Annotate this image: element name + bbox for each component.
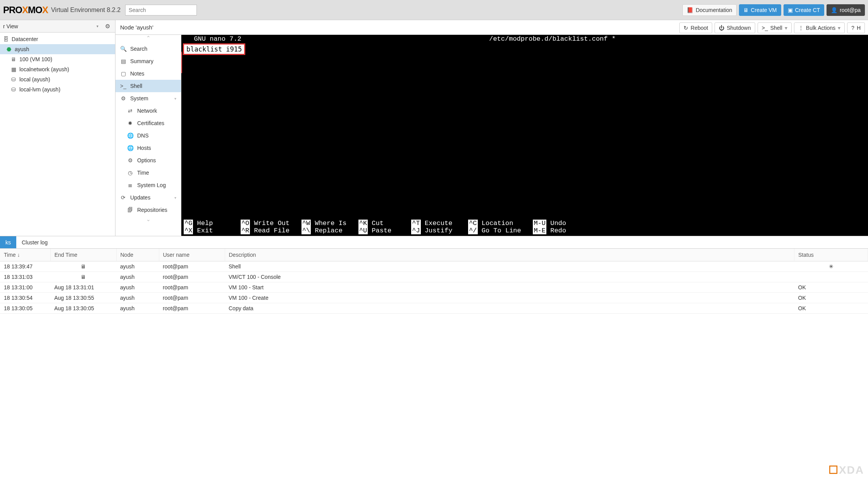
- tab-tasks[interactable]: ks: [0, 236, 16, 248]
- chevron-down-icon: ▾: [174, 96, 176, 101]
- col-status[interactable]: Status: [794, 249, 868, 261]
- tree-datacenter[interactable]: 🗄Datacenter: [0, 34, 115, 44]
- cell-status: ✳: [794, 261, 868, 272]
- chevron-down-icon: ▾: [785, 25, 787, 31]
- table-row[interactable]: 18 13:31:03 🖥 ayush root@pam VM/CT 100 -…: [0, 272, 868, 282]
- nano-footer-row: ^G Help ^O Write Out ^W Where Is ^K Cut …: [184, 220, 866, 227]
- cell-user: root@pam: [159, 272, 225, 282]
- nano-shortcut-key: ^G: [184, 220, 193, 227]
- tab-cluster-log[interactable]: Cluster log: [16, 236, 53, 248]
- bulk-actions-button[interactable]: ⋮Bulk Actions▾: [794, 22, 845, 33]
- logo-x2: X: [42, 5, 48, 15]
- gear-icon: ⚙: [127, 157, 133, 163]
- cell-status: OK: [794, 293, 868, 303]
- shutdown-button[interactable]: ⏻Shutdown: [715, 22, 755, 33]
- network-icon: ⇄: [127, 108, 133, 114]
- node-toolbar: ↻Reboot ⏻Shutdown >_Shell▾ ⋮Bulk Actions…: [679, 22, 865, 33]
- table-row[interactable]: 18 13:30:05 Aug 18 13:30:05 ayush root@p…: [0, 303, 868, 314]
- chevron-down-icon[interactable]: ▾: [92, 24, 103, 28]
- gear-icon[interactable]: ⚙: [103, 23, 112, 30]
- sm-hosts[interactable]: 🌐Hosts: [115, 142, 181, 154]
- menu-icon: ⋮: [798, 25, 804, 31]
- sm-options[interactable]: ⚙Options: [115, 154, 181, 167]
- view-label: r View: [3, 23, 92, 29]
- bottom-panel: ks Cluster log Time ↓ End Time Node User…: [0, 236, 868, 314]
- tree-local[interactable]: ⛁local (ayush): [0, 74, 115, 84]
- cell-node: ayush: [116, 303, 159, 314]
- user-button[interactable]: 👤 root@pa: [827, 4, 865, 16]
- sm-system[interactable]: ⚙System▾: [115, 92, 181, 105]
- nano-shortcut-key: ^/: [468, 227, 477, 234]
- sm-label: Time: [137, 170, 149, 176]
- tree-label: 100 (VM 100): [19, 56, 52, 62]
- create-ct-button[interactable]: ▣ Create CT: [784, 4, 825, 16]
- table-row[interactable]: 18 13:30:54 Aug 18 13:30:55 ayush root@p…: [0, 293, 868, 303]
- nano-shortcut-label: Location: [478, 220, 533, 227]
- cell-end: Aug 18 13:30:05: [50, 303, 116, 314]
- col-user[interactable]: User name: [159, 249, 225, 261]
- sm-updates[interactable]: ⟳Updates▾: [115, 191, 181, 204]
- sm-syslog[interactable]: ≣System Log: [115, 179, 181, 191]
- tree-local-lvm[interactable]: ⛁local-lvm (ayush): [0, 84, 115, 95]
- sm-repositories[interactable]: 🗐Repositories: [115, 204, 181, 216]
- user-icon: 👤: [831, 7, 837, 13]
- sm-label: Summary: [130, 58, 153, 64]
- col-start-time[interactable]: Time ↓: [0, 249, 50, 261]
- nano-shortcut-label: Read File: [250, 227, 301, 234]
- sm-search[interactable]: 🔍Search: [115, 43, 181, 55]
- reboot-label: Reboot: [691, 25, 708, 31]
- cell-desc: Shell: [225, 261, 794, 272]
- view-selector[interactable]: r View ▾ ⚙: [0, 20, 115, 33]
- nano-shortcut-key: ^C: [468, 220, 477, 227]
- tree-label: local (ayush): [19, 76, 50, 82]
- nano-filepath: /etc/modprobe.d/blacklist.conf *: [241, 35, 863, 43]
- sm-time[interactable]: ◷Time: [115, 167, 181, 179]
- grid-icon: ▦: [10, 66, 17, 72]
- sm-label: System Log: [137, 182, 166, 188]
- note-icon: ▢: [120, 70, 126, 77]
- tree-node-ayush[interactable]: ⬣ayush: [0, 44, 115, 54]
- sm-notes[interactable]: ▢Notes: [115, 67, 181, 80]
- cert-icon: ✸: [127, 120, 133, 126]
- sm-summary[interactable]: ▤Summary: [115, 55, 181, 67]
- sm-certificates[interactable]: ✸Certificates: [115, 117, 181, 129]
- nano-shortcut-key: ^W: [301, 220, 311, 227]
- help-button[interactable]: ?H: [847, 22, 865, 33]
- top-header: PROXMOX Virtual Environment 8.2.2 📕 Docu…: [0, 0, 868, 20]
- nano-shortcut-label: Help: [193, 220, 240, 227]
- create-vm-button[interactable]: 🖥 Create VM: [739, 4, 781, 16]
- tree-label: ayush: [15, 46, 29, 52]
- resource-tree: 🗄Datacenter ⬣ayush 🖥100 (VM 100) ▦localn…: [0, 33, 115, 96]
- documentation-button[interactable]: 📕 Documentation: [682, 4, 736, 16]
- cell-end: 🖥: [50, 261, 116, 272]
- table-row[interactable]: 18 13:39:47 🖥 ayush root@pam Shell ✳: [0, 261, 868, 272]
- tree-localnetwork[interactable]: ▦localnetwork (ayush): [0, 64, 115, 74]
- tree-vm-100[interactable]: 🖥100 (VM 100): [0, 54, 115, 64]
- sm-shell[interactable]: >_Shell: [115, 80, 181, 92]
- sm-network[interactable]: ⇄Network: [115, 105, 181, 117]
- cell-start: 18 13:39:47: [0, 261, 50, 272]
- shell-button[interactable]: >_Shell▾: [758, 22, 792, 33]
- sm-label: Notes: [130, 70, 145, 77]
- col-end-time[interactable]: End Time: [50, 249, 116, 261]
- nano-editor-body[interactable]: blacklist i915: [183, 43, 245, 55]
- shell-terminal[interactable]: GNU nano 7.2 /etc/modprobe.d/blacklist.c…: [181, 35, 868, 236]
- nano-shortcut-label: Where Is: [311, 220, 358, 227]
- nano-shortcut-label: Justify: [421, 227, 468, 234]
- search-input[interactable]: [125, 5, 197, 15]
- scroll-down-icon[interactable]: ⌄: [115, 216, 181, 224]
- col-description[interactable]: Description: [225, 249, 794, 261]
- nano-shortcut-key: ^\: [301, 227, 311, 234]
- table-row[interactable]: 18 13:31:00 Aug 18 13:31:01 ayush root@p…: [0, 282, 868, 293]
- cell-start: 18 13:31:03: [0, 272, 50, 282]
- col-node[interactable]: Node: [116, 249, 159, 261]
- reboot-button[interactable]: ↻Reboot: [679, 22, 712, 33]
- nano-shortcut-label: Exit: [193, 227, 240, 234]
- book-icon: 📕: [687, 7, 693, 13]
- scroll-up-icon[interactable]: ⌃: [115, 35, 181, 43]
- sm-dns[interactable]: 🌐DNS: [115, 129, 181, 142]
- clock-icon: ◷: [127, 170, 133, 176]
- spinner-icon: ✳: [798, 263, 864, 270]
- sm-label: DNS: [137, 132, 149, 139]
- nano-title: GNU nano 7.2: [186, 35, 241, 43]
